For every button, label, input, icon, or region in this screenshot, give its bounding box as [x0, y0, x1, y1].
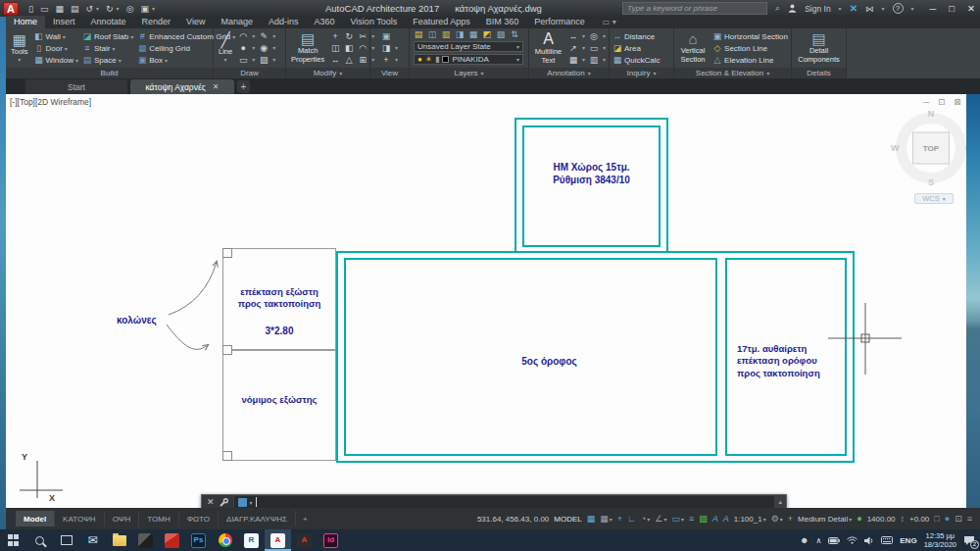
- autocad-logo-icon[interactable]: A: [3, 2, 19, 16]
- column-marker-middle[interactable]: [222, 345, 232, 355]
- mirror-icon[interactable]: ◧: [344, 44, 354, 53]
- label-balcony-dimension[interactable]: 3*2.80: [225, 325, 333, 337]
- taskbar-autocad-button[interactable]: A: [265, 529, 291, 551]
- qat-redo-icon[interactable]: ↻: [106, 4, 114, 14]
- qat-new-icon[interactable]: ▯: [28, 4, 33, 14]
- clock[interactable]: 12:35 μμ 18/3/2020: [924, 531, 956, 550]
- tab-featured-apps[interactable]: Featured Apps: [405, 16, 478, 28]
- label-columns[interactable]: κολώνες: [117, 314, 157, 326]
- ribbon-minimize-button[interactable]: ▭ ▾: [603, 18, 616, 28]
- layer-lock-icon[interactable]: ▦: [468, 30, 478, 39]
- centerline-icon[interactable]: ◎: [589, 32, 599, 41]
- tab-view[interactable]: View: [178, 16, 213, 28]
- tab-manage[interactable]: Manage: [213, 16, 261, 28]
- task-view-button[interactable]: [53, 529, 79, 551]
- polyline-icon[interactable]: ◠: [238, 32, 248, 41]
- command-input[interactable]: ▾: [234, 496, 775, 508]
- layout-tab-diagramma[interactable]: ΔΙΑΓΡ.ΚΑΛΥΨΗΣ: [219, 511, 296, 526]
- isolate-objects-icon[interactable]: □: [934, 515, 939, 524]
- maximize-button[interactable]: □: [949, 3, 955, 14]
- tab-annotate[interactable]: Annotate: [83, 16, 134, 28]
- close-button[interactable]: ✕: [967, 3, 975, 14]
- label-hm-space[interactable]: ΗΜ Χώρος 15τμ. Ρύθμιση 3843/10: [522, 161, 661, 186]
- viewcube-top-face[interactable]: TOP: [912, 132, 950, 165]
- qat-print-icon[interactable]: ▤: [71, 4, 79, 14]
- tab-performance[interactable]: Performance: [526, 16, 593, 28]
- layer-dropdown[interactable]: ● ☀ ▮ PINAKIDA▾: [414, 54, 523, 65]
- language-indicator[interactable]: ENG: [900, 536, 916, 545]
- window-button[interactable]: ▦Window▾: [34, 56, 78, 65]
- layout-tab-katopsi[interactable]: ΚΑΤΟΨΗ: [55, 511, 105, 526]
- layer-state-dropdown[interactable]: Unsaved Layer State▾: [414, 41, 523, 52]
- detail-components-button[interactable]: ▤ Detail Components: [796, 31, 843, 64]
- label-balcony-extension[interactable]: επέκταση εξώστη προς τακτοποίηση: [225, 286, 333, 311]
- panel-label-modify[interactable]: Modify▾: [286, 68, 369, 78]
- file-tab-close-icon[interactable]: ✕: [213, 82, 220, 91]
- distance-button[interactable]: ↔Distance: [612, 32, 660, 41]
- horizontal-section-button[interactable]: ▣Horizontal Section: [712, 32, 788, 41]
- layer-properties-icon[interactable]: ▤: [414, 30, 423, 39]
- tab-insert[interactable]: Insert: [45, 16, 83, 28]
- label-legal-balcony[interactable]: νόμιμος εξώστης: [225, 394, 333, 406]
- circle-icon[interactable]: ●: [238, 44, 248, 53]
- lineweight-icon[interactable]: ≡: [689, 515, 694, 524]
- volume-icon[interactable]: [864, 536, 874, 545]
- scale-icon[interactable]: △: [344, 56, 354, 65]
- panel-label-annotation[interactable]: Annotation▾: [529, 68, 609, 78]
- taskbar-search-button[interactable]: [26, 529, 53, 551]
- grid-icon[interactable]: ▦: [600, 515, 609, 524]
- qat-undo-icon[interactable]: ↺: [86, 4, 94, 14]
- tab-a360[interactable]: A360: [307, 16, 343, 28]
- panel-label-section[interactable]: Section & Elevation▾: [674, 68, 791, 78]
- taskbar-explorer-button[interactable]: [106, 529, 132, 551]
- annotation-scale-icon[interactable]: ▥: [589, 56, 599, 65]
- section-line-button[interactable]: ◇Section Line: [712, 44, 788, 53]
- taskbar-app-red-button[interactable]: [159, 529, 185, 551]
- move-icon[interactable]: +: [330, 32, 340, 41]
- fillet-icon[interactable]: ◠: [358, 44, 368, 53]
- command-customize-wrench-icon[interactable]: [220, 498, 228, 507]
- column-marker-bottom[interactable]: [222, 451, 232, 461]
- annotation-autoscale-icon[interactable]: A: [723, 515, 729, 524]
- keyboard-icon[interactable]: [881, 536, 893, 544]
- qat-undo-dropdown-icon[interactable]: ▾: [96, 5, 99, 12]
- line-button[interactable]: ╱ Line▾: [217, 32, 234, 65]
- hardware-acceleration-icon[interactable]: ●: [945, 515, 950, 524]
- dimension-icon[interactable]: ↔: [568, 32, 578, 41]
- elevation-line-button[interactable]: △Elevation Line: [712, 56, 788, 65]
- panel-label-build[interactable]: Build: [6, 68, 213, 78]
- named-view-icon[interactable]: ▣: [381, 32, 391, 41]
- array-icon[interactable]: ⊞: [358, 56, 368, 65]
- copy-icon[interactable]: ◫: [330, 44, 340, 53]
- layer-freeze-icon[interactable]: ◨: [455, 30, 465, 39]
- column-marker-top[interactable]: [222, 248, 232, 258]
- quickcalc-button[interactable]: ▦QuickCalc: [612, 56, 660, 65]
- qat-open-icon[interactable]: ▭: [40, 4, 49, 14]
- osnap-icon[interactable]: ▭: [671, 515, 680, 524]
- taskbar-app-dark-button[interactable]: [132, 529, 159, 551]
- tab-render[interactable]: Render: [134, 16, 179, 28]
- hatch-icon[interactable]: ▨: [259, 56, 269, 65]
- stretch-icon[interactable]: ↔: [330, 56, 340, 65]
- navigate-icon[interactable]: +: [381, 56, 391, 65]
- tools-button[interactable]: ▦ Tools▾: [9, 32, 30, 65]
- trim-icon[interactable]: ✂: [358, 32, 368, 41]
- layout-tab-tomi[interactable]: ΤΟΜΗ: [139, 511, 178, 526]
- search-icon[interactable]: ⌕: [775, 3, 780, 14]
- command-close-icon[interactable]: ✕: [207, 497, 215, 507]
- layout-tab-model[interactable]: Model: [16, 511, 55, 526]
- taskbar-photoshop-button[interactable]: Ps: [185, 529, 212, 551]
- layout-tab-foto[interactable]: ΦΩΤΟ: [179, 511, 219, 526]
- taskbar-chrome-button[interactable]: [212, 529, 238, 551]
- layer-off-icon[interactable]: ◫: [427, 30, 437, 39]
- panel-label-view[interactable]: View: [370, 68, 409, 78]
- wcs-dropdown[interactable]: WCS▾: [914, 193, 954, 204]
- panel-label-inquiry[interactable]: Inquiry▾: [610, 68, 673, 78]
- rotate-icon[interactable]: ↻: [344, 32, 354, 41]
- ortho-icon[interactable]: ∟: [627, 515, 636, 524]
- detail-level-dropdown[interactable]: Medium Detail: [798, 515, 848, 524]
- help-search-input[interactable]: Type a keyword or phrase: [622, 2, 767, 15]
- layout-tab-add-button[interactable]: +: [296, 515, 315, 524]
- qat-customize-dropdown-icon[interactable]: ▾: [152, 5, 155, 12]
- share-icon[interactable]: ⋈: [865, 4, 874, 14]
